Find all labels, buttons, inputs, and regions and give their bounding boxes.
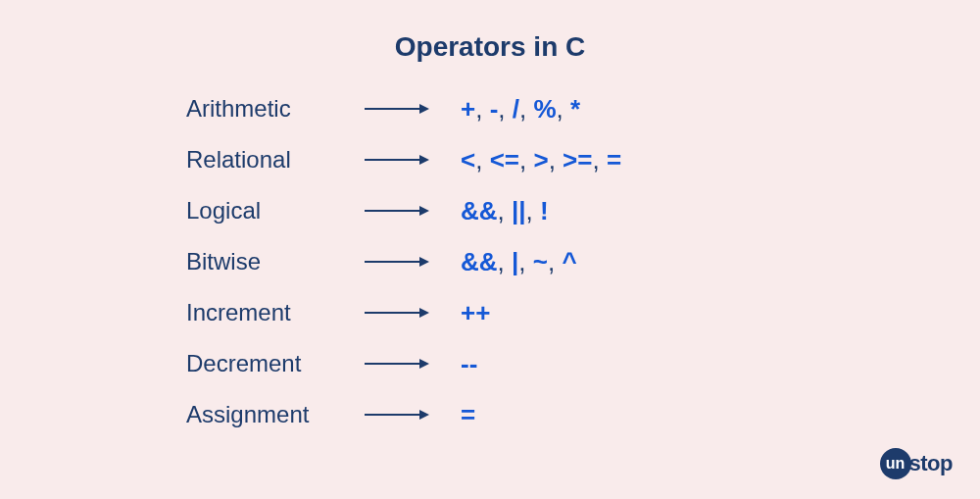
unstop-logo: un stop [880,448,953,479]
svg-marker-11 [419,359,429,369]
category-label: Bitwise [186,248,353,275]
category-label: Logical [186,197,353,225]
arrow-icon [353,255,441,269]
operator-symbols: &&, ||, ! [441,196,549,226]
category-label: Assignment [186,401,353,428]
operators-list: Arithmetic +, -, /, %, * Relational <, <… [0,92,980,431]
operator-row: Decrement -- [186,347,980,380]
diagram-title: Operators in C [0,0,980,92]
operator-row: Bitwise &&, |, ~, ^ [186,245,980,278]
logo-text: stop [909,451,953,476]
category-label: Increment [186,299,353,326]
operator-symbols: ++ [441,298,490,328]
operator-symbols: -- [441,349,477,379]
logo-circle: un [880,448,911,479]
svg-marker-1 [419,104,429,114]
operator-row: Relational <, <=, >, >=, = [186,143,980,176]
arrow-icon [353,357,441,371]
svg-marker-9 [419,308,429,318]
svg-marker-7 [419,257,429,267]
svg-marker-13 [419,410,429,420]
svg-marker-5 [419,206,429,216]
category-label: Arithmetic [186,95,353,123]
category-label: Decrement [186,350,353,377]
operator-symbols: &&, |, ~, ^ [441,247,577,277]
operator-row: Arithmetic +, -, /, %, * [186,92,980,125]
arrow-icon [353,153,441,167]
operator-symbols: +, -, /, %, * [441,94,580,125]
arrow-icon [353,102,441,116]
svg-marker-3 [419,155,429,165]
category-label: Relational [186,146,353,174]
operator-row: Assignment = [186,398,980,431]
operator-row: Logical &&, ||, ! [186,194,980,227]
operator-symbols: <, <=, >, >=, = [441,145,621,175]
operator-row: Increment ++ [186,296,980,329]
arrow-icon [353,408,441,422]
arrow-icon [353,306,441,320]
operator-symbols: = [441,400,475,430]
arrow-icon [353,204,441,218]
